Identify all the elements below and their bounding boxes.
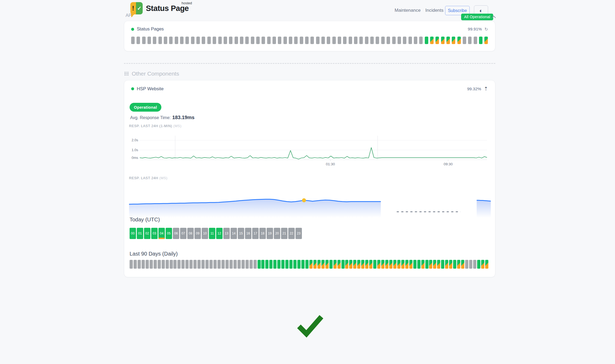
day-bar (329, 260, 333, 269)
uptime-bar (408, 37, 412, 44)
trend-up-arrow-icon[interactable]: ⇡ (484, 86, 488, 92)
uptime-bar (370, 37, 374, 44)
day-bar (461, 260, 464, 269)
uptime-bar (430, 37, 434, 44)
uptime-bar (147, 37, 151, 44)
day-bar (485, 260, 488, 269)
no-incidents-section: No recent incidents To view all past inc… (124, 312, 495, 364)
day-bar (397, 260, 400, 269)
day-bar (317, 260, 321, 269)
uptime-bar (169, 37, 173, 44)
avg-response-value: 183.19ms (172, 115, 194, 120)
today-heading: Today (UTC) (130, 217, 160, 223)
day-bar (258, 260, 261, 269)
uptime-bar (425, 37, 428, 44)
day-bar (393, 260, 396, 269)
day-bar (221, 260, 225, 269)
uptime-bar (289, 37, 292, 44)
refresh-icon[interactable]: ↻ (485, 27, 488, 32)
uptime-bar (463, 37, 466, 44)
day-bar (349, 260, 352, 269)
hosted-superscript: hosted (181, 1, 192, 5)
day-bar (417, 260, 421, 269)
component-row-status-pages[interactable]: Status Pages 99.91% ↻ (131, 26, 488, 32)
uptime-bar (316, 37, 320, 44)
overall-status-badge[interactable]: All Operational (461, 14, 493, 20)
day-bar (353, 260, 356, 269)
day-bar (473, 260, 476, 269)
chart-marker-dot (302, 198, 306, 202)
day-bar (177, 260, 181, 269)
today-hours-strip: 0001020304050607080910111213141516171819… (130, 228, 302, 239)
avg-response-time: Avg. Response Time:183.19ms (130, 115, 194, 120)
hour-box-23: 23 (295, 228, 302, 239)
day-bar (193, 260, 197, 269)
hour-box-10: 10 (202, 228, 208, 239)
hour-box-06: 06 (173, 228, 179, 239)
day-bar (154, 260, 157, 269)
uptime-bar (365, 37, 368, 44)
app-title: Status Pagehosted (146, 4, 189, 13)
day-bar (453, 260, 456, 269)
last90-days-strip (130, 260, 489, 269)
y-axis-tick: 1.0s (127, 148, 138, 152)
uptime-bar (224, 37, 227, 44)
day-bar (409, 260, 412, 269)
hour-box-12: 12 (216, 228, 223, 239)
uptime-bar (283, 37, 287, 44)
day-bar (369, 260, 372, 269)
api-component-card: Status Pages 99.91% ↻ (124, 21, 495, 51)
day-bar (185, 260, 189, 269)
hour-box-17: 17 (252, 228, 259, 239)
hour-box-22: 22 (288, 228, 295, 239)
uptime-bar (354, 37, 357, 44)
uptime-bar (300, 37, 303, 44)
response-time-line-chart: 2.0s1.0s0ms01:3009:30 (127, 135, 490, 170)
hour-box-09: 09 (194, 228, 201, 239)
day-bar (265, 260, 268, 269)
uptime-bar (256, 37, 260, 44)
day-bar (457, 260, 460, 269)
uptime-bar (474, 37, 477, 44)
chevron-up-icon[interactable] (491, 15, 496, 19)
day-bar (170, 260, 173, 269)
hour-box-05: 05 (166, 228, 172, 239)
uptime-bar (267, 37, 271, 44)
day-bar (189, 260, 193, 269)
hour-box-11: 11 (209, 228, 215, 239)
uptime-bar (446, 37, 450, 44)
uptime-bar (419, 37, 423, 44)
day-bar (134, 260, 137, 269)
day-bar (477, 260, 480, 269)
uptime-bar (457, 37, 461, 44)
app-logo[interactable]: ! ✓ Status Pagehosted (130, 2, 189, 14)
component-row-hsp-website[interactable]: HSP Website 99.32% ⇡ (131, 86, 488, 92)
day-bar (197, 260, 201, 269)
uptime-strip (131, 37, 488, 44)
big-check-icon (295, 312, 325, 338)
hour-box-16: 16 (245, 228, 251, 239)
day-bar (301, 260, 305, 269)
logo-exclaim-icon: ! (130, 2, 136, 14)
day-bar (429, 260, 432, 269)
uptime-bar (338, 37, 341, 44)
day-bar (333, 260, 337, 269)
day-bar (437, 260, 440, 269)
day-bar (238, 260, 241, 269)
day-bar (305, 260, 309, 269)
day-bar (321, 260, 325, 269)
uptime-bar (441, 37, 445, 44)
day-bar (181, 260, 185, 269)
nav-maintenance[interactable]: Maintenance (395, 8, 421, 13)
uptime-bar (376, 37, 379, 44)
day-bar (213, 260, 217, 269)
half-moon-icon: ◐ (479, 7, 483, 14)
hsp-website-card: HSP Website 99.32% ⇡ Operational Avg. Re… (124, 80, 495, 277)
day-bar (250, 260, 253, 269)
x-axis-tick: 01:30 (322, 162, 338, 166)
day-bar (385, 260, 388, 269)
day-bar (337, 260, 341, 269)
nav-incidents[interactable]: Incidents (425, 8, 443, 13)
uptime-bar (414, 37, 417, 44)
section-divider (124, 63, 495, 64)
